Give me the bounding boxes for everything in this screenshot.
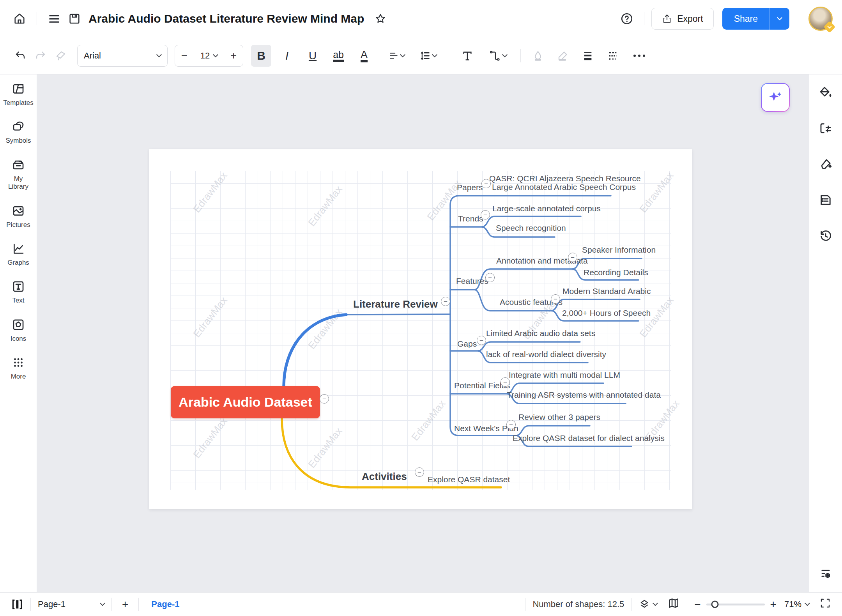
zoom-level-select[interactable]: 71% [784, 599, 809, 609]
bold-button[interactable]: B [251, 45, 271, 67]
sidebar-item-graphs[interactable]: Graphs [0, 242, 37, 267]
page-settings-icon[interactable] [819, 121, 833, 135]
collapse-button-features[interactable]: − [485, 273, 495, 282]
fill-bucket-icon[interactable] [819, 85, 833, 99]
toolbar-divider [520, 49, 521, 62]
align-button[interactable] [384, 45, 409, 67]
collapse-button-trends[interactable]: − [481, 210, 490, 219]
mindmap-node-papers[interactable]: Papers [457, 183, 483, 192]
mindmap-root-topic[interactable]: Arabic Audio Dataset [171, 386, 320, 418]
help-button[interactable] [617, 8, 637, 30]
history-icon[interactable] [819, 229, 833, 243]
canvas[interactable]: EdrawMax EdrawMax EdrawMax EdrawMax Edra… [37, 74, 809, 592]
sidebar-item-templates[interactable]: Templates [0, 82, 37, 107]
avatar[interactable] [808, 7, 833, 31]
zoom-out-button[interactable]: − [694, 598, 700, 611]
fill-color-button[interactable] [528, 45, 548, 67]
sidebar-item-pictures[interactable]: Pictures [0, 204, 37, 229]
line-style-icon [607, 50, 618, 61]
mindmap-node-recording-details[interactable]: Recording Details [584, 268, 648, 277]
line-weight-button[interactable] [578, 45, 598, 67]
page-select[interactable]: Page-1 [38, 599, 104, 609]
font-size-increase-button[interactable]: + [224, 45, 243, 66]
font-size-decrease-button[interactable]: − [175, 45, 194, 66]
save-button[interactable] [64, 8, 85, 30]
italic-button[interactable]: I [277, 45, 297, 67]
format-painter-button[interactable] [51, 45, 71, 67]
redo-button[interactable] [30, 45, 51, 67]
mindmap-node-explore-qasr-dialect[interactable]: Explore QASR dataset for dialect analysi… [513, 434, 665, 443]
font-color-button[interactable]: A [354, 45, 374, 67]
mindmap-node-multimodal-llm[interactable]: Integrate with multi modal LLM [509, 370, 620, 380]
line-style-button[interactable] [603, 45, 623, 67]
sidebar-item-more[interactable]: More [0, 356, 37, 381]
menu-button[interactable] [44, 8, 64, 30]
mindmap-node-training-asr[interactable]: Training ASR systems with annotated data [507, 390, 661, 400]
mindmap-node-hours-of-speech[interactable]: 2,000+ Hours of Speech [562, 308, 651, 318]
layers-button[interactable] [639, 598, 657, 610]
mindmap-node-explore-qasr[interactable]: Explore QASR dataset [428, 475, 510, 484]
collapse-button-literature[interactable]: − [441, 297, 450, 306]
more-tools-button[interactable] [629, 45, 649, 67]
ai-assistant-button[interactable] [761, 83, 790, 112]
sidebar-item-my-library[interactable]: My Library [0, 158, 37, 191]
mindmap-node-gaps[interactable]: Gaps [457, 339, 477, 349]
export-icon [662, 14, 672, 24]
favorite-button[interactable] [370, 8, 391, 30]
mindmap-node-qasr-line1[interactable]: QASR: QCRI Aljazeera Speech Resource [489, 174, 641, 183]
list-settings-icon[interactable] [819, 567, 833, 581]
zoom-in-button[interactable]: + [770, 598, 777, 611]
font-family-select[interactable]: Arial [77, 45, 168, 67]
notes-icon[interactable] [819, 193, 833, 207]
mindmap-node-features[interactable]: Features [456, 276, 488, 286]
line-spacing-button[interactable] [413, 45, 443, 67]
undo-button[interactable] [10, 45, 30, 67]
premium-badge-icon [823, 21, 835, 33]
pages-panel-button[interactable] [11, 598, 23, 611]
collapse-button-potential[interactable]: − [501, 377, 510, 387]
page-tab-active[interactable]: Page-1 [146, 599, 185, 609]
font-size-select[interactable]: 12 [194, 45, 224, 66]
mindmap-node-speech-recognition[interactable]: Speech recognition [496, 223, 566, 233]
page-select-value: Page-1 [38, 599, 65, 609]
redo-icon [35, 50, 46, 62]
mindmap-node-limited-datasets[interactable]: Limited Arabic audio data sets [486, 329, 595, 338]
text-tool-button[interactable] [457, 45, 478, 67]
zoom-slider[interactable] [706, 604, 765, 605]
collapse-button-papers[interactable]: − [481, 179, 491, 188]
mindmap-node-review-papers[interactable]: Review other 3 papers [518, 412, 600, 422]
underline-button[interactable]: U [302, 45, 323, 67]
mindmap-branch-activities[interactable]: Activities [362, 471, 407, 483]
highlight-button[interactable]: ab [328, 45, 348, 67]
theme-brush-icon[interactable] [819, 157, 833, 171]
home-button[interactable] [9, 8, 30, 30]
mindmap-node-speaker-information[interactable]: Speaker Information [582, 245, 656, 255]
connector-button[interactable] [482, 45, 513, 67]
sidebar-item-icons[interactable]: Icons [0, 318, 37, 343]
mindmap-node-dialect-diversity[interactable]: lack of real-world dialect diversity [486, 350, 606, 359]
mindmap-node-qasr-line2[interactable]: Large Annotated Arabic Speech Corpus [492, 182, 636, 192]
share-dropdown-button[interactable] [769, 8, 789, 30]
mindmap-node-modern-standard-arabic[interactable]: Modern Standard Arabic [563, 287, 651, 296]
zoom-slider-knob[interactable] [711, 601, 718, 608]
collapse-button-gaps[interactable]: − [477, 336, 486, 345]
fullscreen-button[interactable] [819, 597, 831, 611]
sparkle-icon [767, 89, 784, 106]
add-page-button[interactable]: + [119, 598, 131, 611]
mindmap-node-large-scale-corpus[interactable]: Large-scale annotated corpus [492, 204, 601, 213]
drawing-page[interactable]: EdrawMax EdrawMax EdrawMax EdrawMax Edra… [149, 149, 692, 509]
line-color-button[interactable] [553, 45, 573, 67]
graphs-icon [12, 242, 25, 255]
mindmap-node-trends[interactable]: Trends [458, 214, 483, 223]
export-button[interactable]: Export [651, 8, 713, 30]
collapse-button-activities[interactable]: − [415, 467, 424, 477]
share-button[interactable]: Share [722, 14, 769, 24]
collapse-button-nextweek[interactable]: − [506, 420, 516, 429]
mindmap-branch-literature-review[interactable]: Literature Review [353, 298, 438, 310]
sidebar-item-text[interactable]: Text [0, 280, 37, 304]
collapse-button-root[interactable]: − [320, 394, 329, 404]
collapse-button-annotation[interactable]: − [568, 253, 577, 262]
sidebar-item-symbols[interactable]: Symbols [0, 120, 37, 145]
navigator-button[interactable] [667, 597, 680, 612]
collapse-button-acoustic[interactable]: − [551, 294, 560, 304]
